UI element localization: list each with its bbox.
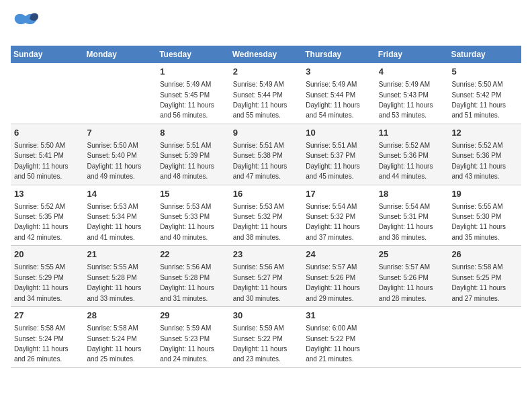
sunrise-text: Sunrise: 5:53 AM (160, 203, 211, 210)
daylight-text: Daylight: 11 hours and 54 minutes. (306, 101, 360, 119)
daylight-text: Daylight: 11 hours and 44 minutes. (379, 163, 433, 180)
day-number: 22 (160, 248, 226, 261)
logo (11, 11, 43, 38)
daylight-text: Daylight: 11 hours and 45 minutes. (306, 163, 360, 180)
day-number: 29 (160, 310, 226, 322)
day-number: 16 (233, 188, 300, 200)
daylight-text: Daylight: 11 hours and 21 minutes. (306, 345, 360, 363)
sunrise-text: Sunrise: 5:57 AM (379, 263, 430, 271)
sunrise-text: Sunrise: 5:49 AM (233, 81, 284, 88)
sunset-text: Sunset: 5:44 PM (306, 91, 355, 99)
sunrise-text: Sunrise: 5:51 AM (233, 142, 284, 149)
sunrise-text: Sunrise: 5:55 AM (87, 263, 138, 271)
day-number: 5 (451, 66, 518, 78)
day-number: 3 (306, 66, 372, 78)
calendar-body: 1Sunrise: 5:49 AMSunset: 5:45 PMDaylight… (11, 63, 521, 367)
day-cell: 11Sunrise: 5:52 AMSunset: 5:36 PMDayligh… (375, 124, 449, 185)
daylight-text: Daylight: 11 hours and 31 minutes. (160, 284, 214, 302)
page-header (11, 11, 521, 38)
calendar-table: SundayMondayTuesdayWednesdayThursdayFrid… (11, 46, 521, 368)
sunrise-text: Sunrise: 5:58 AM (14, 324, 65, 332)
day-cell: 1Sunrise: 5:49 AMSunset: 5:45 PMDaylight… (157, 63, 230, 124)
day-number: 14 (87, 188, 154, 200)
sunrise-text: Sunrise: 5:51 AM (160, 142, 211, 149)
sunrise-text: Sunrise: 5:58 AM (87, 324, 138, 332)
day-cell (11, 63, 84, 124)
sunrise-text: Sunrise: 5:53 AM (233, 203, 284, 210)
week-row-1: 1Sunrise: 5:49 AMSunset: 5:45 PMDaylight… (11, 63, 521, 124)
sunset-text: Sunset: 5:23 PM (160, 335, 210, 342)
week-row-2: 6Sunrise: 5:50 AMSunset: 5:41 PMDaylight… (11, 124, 521, 185)
sunrise-text: Sunrise: 5:57 AM (306, 263, 357, 271)
sunrise-text: Sunrise: 5:55 AM (451, 203, 502, 210)
day-number: 18 (379, 188, 445, 200)
sunset-text: Sunset: 5:40 PM (87, 152, 137, 159)
sunrise-text: Sunrise: 5:54 AM (306, 203, 357, 210)
day-cell: 28Sunrise: 5:58 AMSunset: 5:24 PMDayligh… (84, 307, 157, 368)
daylight-text: Daylight: 11 hours and 53 minutes. (379, 101, 433, 119)
sunrise-text: Sunrise: 5:50 AM (87, 142, 138, 149)
daylight-text: Daylight: 11 hours and 50 minutes. (14, 163, 69, 180)
day-cell: 25Sunrise: 5:57 AMSunset: 5:26 PMDayligh… (375, 246, 449, 307)
day-cell: 14Sunrise: 5:53 AMSunset: 5:34 PMDayligh… (84, 185, 157, 246)
sunset-text: Sunset: 5:43 PM (379, 91, 429, 99)
sunrise-text: Sunrise: 5:59 AM (160, 324, 211, 332)
day-cell: 12Sunrise: 5:52 AMSunset: 5:36 PMDayligh… (448, 124, 521, 185)
daylight-text: Daylight: 11 hours and 35 minutes. (451, 223, 506, 240)
sunrise-text: Sunrise: 5:56 AM (160, 263, 211, 271)
sunset-text: Sunset: 5:26 PM (379, 274, 429, 281)
sunset-text: Sunset: 5:36 PM (451, 152, 501, 159)
sunset-text: Sunset: 5:33 PM (160, 213, 210, 220)
day-cell: 16Sunrise: 5:53 AMSunset: 5:32 PMDayligh… (230, 185, 303, 246)
daylight-text: Daylight: 11 hours and 43 minutes. (451, 163, 506, 180)
day-cell: 20Sunrise: 5:55 AMSunset: 5:29 PMDayligh… (11, 246, 84, 307)
day-number: 2 (233, 66, 300, 78)
sunset-text: Sunset: 5:35 PM (14, 213, 64, 220)
sunrise-text: Sunrise: 5:50 AM (451, 81, 502, 88)
calendar-header: SundayMondayTuesdayWednesdayThursdayFrid… (11, 46, 521, 63)
daylight-text: Daylight: 11 hours and 33 minutes. (87, 284, 142, 302)
sunset-text: Sunset: 5:27 PM (233, 274, 283, 281)
day-number: 30 (233, 310, 300, 322)
day-cell: 3Sunrise: 5:49 AMSunset: 5:44 PMDaylight… (302, 63, 375, 124)
day-cell: 7Sunrise: 5:50 AMSunset: 5:40 PMDaylight… (84, 124, 157, 185)
day-number: 23 (233, 248, 300, 261)
sunset-text: Sunset: 5:44 PM (233, 91, 283, 99)
day-cell (448, 307, 521, 368)
daylight-text: Daylight: 11 hours and 37 minutes. (306, 223, 360, 240)
day-number: 21 (87, 248, 154, 261)
day-number: 1 (160, 66, 226, 78)
sunset-text: Sunset: 5:39 PM (160, 152, 210, 159)
sunset-text: Sunset: 5:41 PM (14, 152, 64, 159)
sunrise-text: Sunrise: 5:54 AM (379, 203, 430, 210)
day-cell: 18Sunrise: 5:54 AMSunset: 5:31 PMDayligh… (375, 185, 449, 246)
day-number: 26 (451, 248, 518, 261)
day-number: 11 (379, 127, 445, 139)
day-cell: 19Sunrise: 5:55 AMSunset: 5:30 PMDayligh… (448, 185, 521, 246)
sunset-text: Sunset: 5:22 PM (306, 335, 355, 342)
day-cell: 23Sunrise: 5:56 AMSunset: 5:27 PMDayligh… (230, 246, 303, 307)
daylight-text: Daylight: 11 hours and 25 minutes. (87, 345, 142, 363)
daylight-text: Daylight: 11 hours and 28 minutes. (379, 284, 433, 302)
sunset-text: Sunset: 5:24 PM (87, 335, 137, 342)
day-number: 20 (14, 248, 81, 261)
week-row-5: 27Sunrise: 5:58 AMSunset: 5:24 PMDayligh… (11, 307, 521, 368)
day-cell: 2Sunrise: 5:49 AMSunset: 5:44 PMDaylight… (230, 63, 303, 124)
day-cell: 26Sunrise: 5:58 AMSunset: 5:25 PMDayligh… (448, 246, 521, 307)
day-number: 13 (14, 188, 81, 200)
sunrise-text: Sunrise: 5:59 AM (233, 324, 284, 332)
day-cell (84, 63, 157, 124)
sunset-text: Sunset: 5:29 PM (14, 274, 64, 281)
day-cell: 30Sunrise: 5:59 AMSunset: 5:22 PMDayligh… (230, 307, 303, 368)
week-row-4: 20Sunrise: 5:55 AMSunset: 5:29 PMDayligh… (11, 246, 521, 307)
sunset-text: Sunset: 5:30 PM (451, 213, 501, 220)
sunrise-text: Sunrise: 5:49 AM (379, 81, 430, 88)
daylight-text: Daylight: 11 hours and 41 minutes. (87, 223, 142, 240)
sunset-text: Sunset: 5:42 PM (451, 91, 501, 99)
sunset-text: Sunset: 5:26 PM (306, 274, 355, 281)
header-cell-monday: Monday (84, 46, 157, 63)
day-number: 15 (160, 188, 226, 200)
day-cell: 5Sunrise: 5:50 AMSunset: 5:42 PMDaylight… (448, 63, 521, 124)
sunrise-text: Sunrise: 5:50 AM (14, 142, 65, 149)
day-cell: 24Sunrise: 5:57 AMSunset: 5:26 PMDayligh… (302, 246, 375, 307)
